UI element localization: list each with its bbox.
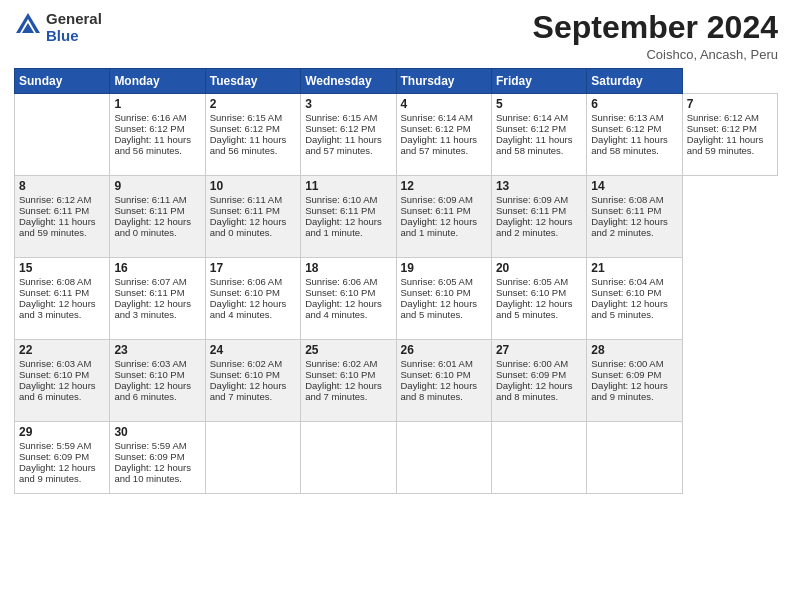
day-detail: Daylight: 12 hours and 0 minutes. (210, 216, 296, 238)
day-detail: Daylight: 12 hours and 8 minutes. (496, 380, 582, 402)
col-friday: Friday (491, 69, 586, 94)
day-detail: Sunrise: 6:14 AM (496, 112, 582, 123)
day-detail: Sunset: 6:10 PM (114, 369, 200, 380)
table-row (205, 422, 300, 494)
day-detail: Sunrise: 6:02 AM (305, 358, 391, 369)
table-row: 24Sunrise: 6:02 AMSunset: 6:10 PMDayligh… (205, 340, 300, 422)
day-number: 10 (210, 179, 296, 193)
table-row: 30Sunrise: 5:59 AMSunset: 6:09 PMDayligh… (110, 422, 205, 494)
day-detail: Daylight: 12 hours and 5 minutes. (496, 298, 582, 320)
day-detail: Daylight: 11 hours and 58 minutes. (496, 134, 582, 156)
day-detail: Sunrise: 6:09 AM (496, 194, 582, 205)
day-number: 30 (114, 425, 200, 439)
day-detail: Sunset: 6:10 PM (210, 369, 296, 380)
table-row: 22Sunrise: 6:03 AMSunset: 6:10 PMDayligh… (15, 340, 110, 422)
day-detail: Sunrise: 6:09 AM (401, 194, 487, 205)
day-detail: Sunrise: 6:03 AM (114, 358, 200, 369)
calendar-week-row: 1Sunrise: 6:16 AMSunset: 6:12 PMDaylight… (15, 94, 778, 176)
table-row: 13Sunrise: 6:09 AMSunset: 6:11 PMDayligh… (491, 176, 586, 258)
day-number: 4 (401, 97, 487, 111)
day-detail: Sunrise: 6:08 AM (19, 276, 105, 287)
table-row: 23Sunrise: 6:03 AMSunset: 6:10 PMDayligh… (110, 340, 205, 422)
calendar-week-row: 22Sunrise: 6:03 AMSunset: 6:10 PMDayligh… (15, 340, 778, 422)
day-detail: Sunrise: 6:06 AM (210, 276, 296, 287)
day-detail: Sunset: 6:11 PM (19, 287, 105, 298)
day-detail: Daylight: 12 hours and 6 minutes. (114, 380, 200, 402)
table-row: 19Sunrise: 6:05 AMSunset: 6:10 PMDayligh… (396, 258, 491, 340)
day-detail: Sunset: 6:09 PM (496, 369, 582, 380)
calendar-table: Sunday Monday Tuesday Wednesday Thursday… (14, 68, 778, 494)
day-detail: Daylight: 12 hours and 3 minutes. (114, 298, 200, 320)
day-detail: Sunset: 6:10 PM (591, 287, 677, 298)
day-detail: Sunset: 6:12 PM (210, 123, 296, 134)
day-detail: Sunset: 6:11 PM (496, 205, 582, 216)
day-detail: Sunset: 6:11 PM (305, 205, 391, 216)
day-detail: Sunset: 6:10 PM (305, 287, 391, 298)
day-detail: Sunset: 6:12 PM (591, 123, 677, 134)
table-row: 10Sunrise: 6:11 AMSunset: 6:11 PMDayligh… (205, 176, 300, 258)
day-number: 21 (591, 261, 677, 275)
day-detail: Daylight: 11 hours and 59 minutes. (19, 216, 105, 238)
table-row: 8Sunrise: 6:12 AMSunset: 6:11 PMDaylight… (15, 176, 110, 258)
day-detail: Sunrise: 6:15 AM (210, 112, 296, 123)
day-number: 7 (687, 97, 773, 111)
day-number: 5 (496, 97, 582, 111)
col-thursday: Thursday (396, 69, 491, 94)
table-row: 25Sunrise: 6:02 AMSunset: 6:10 PMDayligh… (301, 340, 396, 422)
day-number: 1 (114, 97, 200, 111)
table-row: 27Sunrise: 6:00 AMSunset: 6:09 PMDayligh… (491, 340, 586, 422)
logo-icon (14, 11, 42, 39)
day-detail: Sunset: 6:12 PM (401, 123, 487, 134)
day-detail: Sunrise: 6:00 AM (591, 358, 677, 369)
day-detail: Sunrise: 6:15 AM (305, 112, 391, 123)
table-row: 9Sunrise: 6:11 AMSunset: 6:11 PMDaylight… (110, 176, 205, 258)
col-sunday: Sunday (15, 69, 110, 94)
col-wednesday: Wednesday (301, 69, 396, 94)
day-detail: Daylight: 12 hours and 0 minutes. (114, 216, 200, 238)
day-detail: Daylight: 12 hours and 6 minutes. (19, 380, 105, 402)
table-row: 2Sunrise: 6:15 AMSunset: 6:12 PMDaylight… (205, 94, 300, 176)
day-detail: Sunset: 6:10 PM (496, 287, 582, 298)
table-row: 15Sunrise: 6:08 AMSunset: 6:11 PMDayligh… (15, 258, 110, 340)
day-detail: Sunrise: 6:08 AM (591, 194, 677, 205)
table-row (587, 422, 682, 494)
day-number: 15 (19, 261, 105, 275)
day-number: 23 (114, 343, 200, 357)
table-row (301, 422, 396, 494)
logo-blue-text: Blue (46, 27, 102, 44)
day-detail: Daylight: 12 hours and 2 minutes. (591, 216, 677, 238)
day-detail: Sunrise: 6:07 AM (114, 276, 200, 287)
calendar-header-row: Sunday Monday Tuesday Wednesday Thursday… (15, 69, 778, 94)
table-row: 1Sunrise: 6:16 AMSunset: 6:12 PMDaylight… (110, 94, 205, 176)
day-detail: Sunrise: 6:12 AM (19, 194, 105, 205)
table-row: 26Sunrise: 6:01 AMSunset: 6:10 PMDayligh… (396, 340, 491, 422)
day-detail: Daylight: 11 hours and 59 minutes. (687, 134, 773, 156)
day-number: 2 (210, 97, 296, 111)
day-detail: Sunset: 6:09 PM (591, 369, 677, 380)
calendar-week-row: 15Sunrise: 6:08 AMSunset: 6:11 PMDayligh… (15, 258, 778, 340)
table-row (491, 422, 586, 494)
table-row: 5Sunrise: 6:14 AMSunset: 6:12 PMDaylight… (491, 94, 586, 176)
day-detail: Sunset: 6:10 PM (401, 369, 487, 380)
day-detail: Sunrise: 6:01 AM (401, 358, 487, 369)
day-detail: Sunset: 6:10 PM (19, 369, 105, 380)
day-detail: Sunrise: 5:59 AM (114, 440, 200, 451)
day-detail: Sunset: 6:12 PM (114, 123, 200, 134)
day-detail: Daylight: 12 hours and 2 minutes. (496, 216, 582, 238)
day-detail: Daylight: 12 hours and 4 minutes. (210, 298, 296, 320)
day-detail: Daylight: 12 hours and 10 minutes. (114, 462, 200, 484)
day-detail: Sunset: 6:11 PM (114, 205, 200, 216)
day-number: 11 (305, 179, 391, 193)
table-row: 4Sunrise: 6:14 AMSunset: 6:12 PMDaylight… (396, 94, 491, 176)
table-row: 3Sunrise: 6:15 AMSunset: 6:12 PMDaylight… (301, 94, 396, 176)
table-row: 16Sunrise: 6:07 AMSunset: 6:11 PMDayligh… (110, 258, 205, 340)
day-detail: Daylight: 11 hours and 56 minutes. (114, 134, 200, 156)
day-number: 19 (401, 261, 487, 275)
day-detail: Sunrise: 6:12 AM (687, 112, 773, 123)
table-row: 14Sunrise: 6:08 AMSunset: 6:11 PMDayligh… (587, 176, 682, 258)
table-row: 6Sunrise: 6:13 AMSunset: 6:12 PMDaylight… (587, 94, 682, 176)
day-detail: Sunrise: 6:11 AM (210, 194, 296, 205)
day-number: 25 (305, 343, 391, 357)
table-row: 7Sunrise: 6:12 AMSunset: 6:12 PMDaylight… (682, 94, 777, 176)
col-monday: Monday (110, 69, 205, 94)
